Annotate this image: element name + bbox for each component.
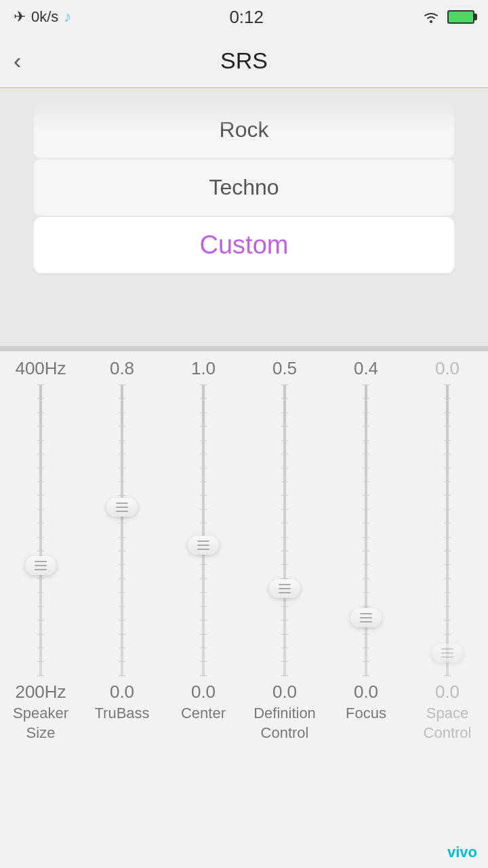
slider-thumb-focus[interactable] xyxy=(350,608,382,627)
tick-mark xyxy=(200,592,207,593)
tick-mark xyxy=(200,523,207,524)
tick-mark xyxy=(37,620,44,620)
tick-mark xyxy=(281,481,288,482)
slider-thumb-trubass[interactable] xyxy=(106,498,138,517)
tick-mark xyxy=(200,509,207,510)
slider-thumb-center[interactable] xyxy=(188,536,219,555)
tick-mark xyxy=(444,675,451,676)
tick-mark xyxy=(200,384,207,385)
tick-mark xyxy=(363,523,369,524)
tick-mark xyxy=(119,606,125,607)
status-left: ✈ 0k/s ♪ xyxy=(14,8,71,26)
preset-picker[interactable]: Rock Techno Custom xyxy=(0,88,488,346)
tick-mark xyxy=(363,412,369,413)
tick-mark xyxy=(281,551,288,551)
tick-mark xyxy=(281,454,288,454)
tick-mark xyxy=(444,468,451,469)
slider-bottom-value-trubass: 0.0 xyxy=(110,682,134,703)
section-divider xyxy=(0,346,488,351)
slider-track-focus[interactable] xyxy=(356,384,376,676)
tick-mark xyxy=(281,384,288,385)
thumb-lines xyxy=(441,648,453,658)
tick-mark xyxy=(200,412,207,413)
app-header: ‹ SRS xyxy=(0,34,488,88)
tick-mark xyxy=(281,440,288,441)
slider-top-value-center: 1.0 xyxy=(191,358,216,379)
tick-mark xyxy=(363,384,369,385)
tick-mark xyxy=(37,675,44,676)
thumb-lines xyxy=(279,584,291,593)
tick-mark xyxy=(444,495,451,496)
slider-thumb-space-control[interactable] xyxy=(432,644,463,663)
thumb-line xyxy=(197,549,209,550)
slider-label-trubass: TruBass xyxy=(94,704,149,724)
thumb-line xyxy=(441,656,453,658)
thumb-line xyxy=(279,592,291,593)
tick-mark xyxy=(119,661,125,662)
tick-mark xyxy=(119,440,125,441)
tick-mark xyxy=(119,551,125,551)
tick-mark xyxy=(200,606,207,607)
thumb-line xyxy=(279,584,291,585)
thumb-line xyxy=(35,569,47,570)
slider-label-focus: Focus xyxy=(346,704,386,724)
picker-item-rock[interactable]: Rock xyxy=(34,102,454,158)
slider-track-center[interactable] xyxy=(193,384,214,676)
tick-mark xyxy=(119,454,125,454)
slider-track-speaker-size[interactable] xyxy=(30,384,51,676)
tick-mark xyxy=(363,398,369,399)
tick-mark xyxy=(119,495,125,496)
tick-mark xyxy=(200,454,207,454)
tick-mark xyxy=(281,634,288,635)
thumb-lines xyxy=(116,502,128,512)
tick-mark xyxy=(281,661,288,662)
tick-mark xyxy=(363,440,369,441)
picker-item-techno[interactable]: Techno xyxy=(34,159,454,216)
tick-mark xyxy=(363,551,369,551)
tick-mark xyxy=(363,495,369,496)
tick-mark xyxy=(444,620,451,620)
slider-label-center: Center xyxy=(181,704,226,724)
tick-mark xyxy=(363,648,369,648)
tick-mark xyxy=(281,509,288,510)
tick-mark xyxy=(200,426,207,427)
slider-track-trubass[interactable] xyxy=(112,384,132,676)
slider-thumb-speaker-size[interactable] xyxy=(25,556,56,575)
tick-mark xyxy=(444,551,451,551)
tick-mark xyxy=(37,523,44,524)
tick-mark xyxy=(444,523,451,524)
tick-mark xyxy=(119,592,125,593)
thumb-line xyxy=(279,588,291,589)
slider-track-space-control[interactable] xyxy=(437,384,458,676)
tick-mark xyxy=(444,634,451,635)
tick-mark xyxy=(363,454,369,454)
back-button[interactable]: ‹ xyxy=(14,47,21,74)
tick-mark xyxy=(37,454,44,454)
tick-marks-space-control xyxy=(441,384,454,676)
tick-mark xyxy=(281,398,288,399)
tick-mark xyxy=(200,620,207,620)
tick-mark xyxy=(444,592,451,593)
thumb-line xyxy=(116,511,128,512)
time-label: 0:12 xyxy=(229,7,264,28)
page-title: SRS xyxy=(220,47,268,74)
tick-marks-trubass xyxy=(115,384,129,676)
tick-mark xyxy=(363,468,369,469)
tick-mark xyxy=(119,481,125,482)
tick-mark xyxy=(119,648,125,648)
tick-mark xyxy=(444,454,451,454)
slider-top-value-speaker-size: 400Hz xyxy=(15,358,66,379)
tick-mark xyxy=(444,537,451,538)
tick-mark xyxy=(119,426,125,427)
tick-mark xyxy=(200,634,207,635)
picker-wheel[interactable]: Rock Techno Custom xyxy=(34,102,454,332)
tick-mark xyxy=(200,675,207,676)
tick-mark xyxy=(200,440,207,441)
tick-mark xyxy=(37,398,44,399)
tick-mark xyxy=(119,564,125,565)
slider-track-definition-control[interactable] xyxy=(274,384,295,676)
tick-mark xyxy=(363,606,369,607)
slider-thumb-definition-control[interactable] xyxy=(269,579,300,598)
picker-item-custom[interactable]: Custom xyxy=(34,217,454,273)
plane-icon: ✈ xyxy=(14,8,26,26)
